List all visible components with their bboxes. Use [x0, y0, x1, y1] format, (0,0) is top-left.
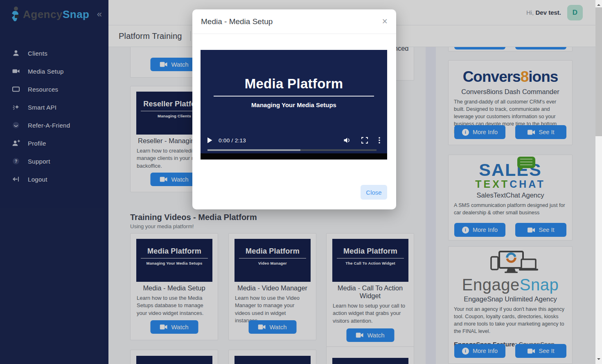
kebab-menu-icon[interactable]: [379, 137, 380, 144]
fullscreen-icon[interactable]: [361, 137, 368, 144]
modal-header: Media - Media Setup ×: [192, 9, 396, 34]
modal-close-button[interactable]: Close: [361, 185, 387, 200]
play-icon[interactable]: [207, 137, 212, 143]
video-modal: Media - Media Setup × Media Platform Man…: [192, 9, 396, 209]
divider: [214, 96, 374, 97]
close-icon[interactable]: ×: [382, 17, 388, 26]
modal-title: Media - Media Setup: [201, 17, 273, 26]
video-controls: 0:00 / 2:13: [201, 134, 387, 146]
scroll-up-icon[interactable]: [597, 2, 600, 6]
video-letterbox: [201, 153, 387, 160]
video-progress-bar[interactable]: [207, 149, 377, 151]
browser-scrollbar[interactable]: [595, 0, 602, 364]
video-time: 0:00 / 2:13: [219, 137, 246, 144]
scrollbar-thumb[interactable]: [595, 7, 602, 136]
video-player[interactable]: Media Platform Managing Your Media Setup…: [201, 50, 387, 160]
scroll-down-icon[interactable]: [597, 358, 600, 362]
volume-icon[interactable]: [343, 137, 351, 144]
video-buffer: [207, 149, 300, 151]
